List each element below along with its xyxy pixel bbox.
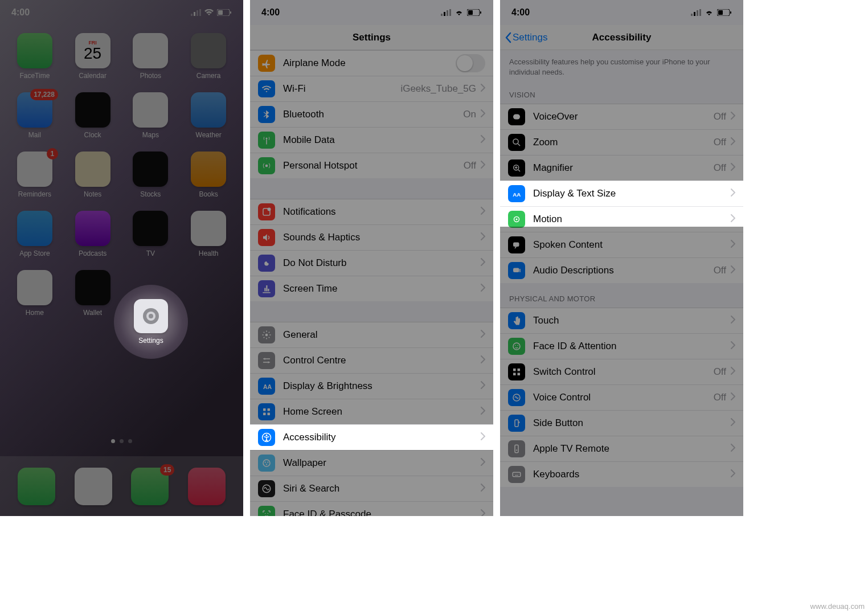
- row-label: Zoom: [533, 137, 714, 148]
- app-photos[interactable]: Photos: [122, 33, 180, 80]
- app-cal[interactable]: FRI25Calendar: [64, 33, 122, 80]
- chevron-icon: [731, 189, 735, 199]
- chevron-icon: [481, 161, 485, 171]
- page-title: Settings: [353, 32, 391, 43]
- app-camera[interactable]: Camera: [179, 33, 238, 80]
- app-label: Health: [199, 249, 219, 257]
- app-safari[interactable]: [75, 468, 112, 505]
- podcasts-icon: [75, 211, 110, 246]
- app-podcasts[interactable]: Podcasts: [64, 211, 122, 257]
- row-switch-control[interactable]: Switch ControlOff: [500, 359, 743, 384]
- dnd-icon: [258, 255, 275, 272]
- app-tv[interactable]: TV: [122, 211, 180, 257]
- row-touch[interactable]: Touch: [500, 308, 743, 333]
- row-do-not-disturb[interactable]: Do Not Disturb: [250, 250, 493, 276]
- app-facetime[interactable]: FaceTime: [6, 33, 64, 80]
- svg-point-34: [266, 464, 267, 465]
- app-label: Wallet: [83, 309, 102, 317]
- row-voice-control[interactable]: Voice ControlOff: [500, 384, 743, 410]
- app-clock[interactable]: Clock: [64, 92, 122, 139]
- svg-rect-0: [191, 14, 193, 16]
- row-face-id-passcode[interactable]: Face ID & Passcode: [250, 501, 493, 516]
- app-notes[interactable]: Notes: [64, 152, 122, 198]
- row-accessibility[interactable]: Accessibility: [250, 424, 493, 450]
- row-voiceover[interactable]: VoiceOverOff: [500, 104, 743, 129]
- toggle[interactable]: [456, 54, 485, 72]
- chevron-icon: [481, 330, 485, 340]
- settings-app-highlight[interactable]: Settings: [114, 285, 188, 359]
- row-home-screen[interactable]: Home Screen: [250, 399, 493, 424]
- row-zoom[interactable]: ZoomOff: [500, 129, 743, 155]
- row-side-button[interactable]: Side Button: [500, 410, 743, 436]
- app-books[interactable]: Books: [179, 152, 238, 198]
- app-weather[interactable]: Weather: [179, 92, 238, 139]
- row-general[interactable]: General: [250, 322, 493, 347]
- svg-rect-65: [513, 472, 521, 477]
- row-audio-descriptions[interactable]: Audio DescriptionsOff: [500, 257, 743, 283]
- svg-rect-51: [513, 243, 519, 247]
- row-face-id-attention[interactable]: Face ID & Attention: [500, 333, 743, 359]
- svg-rect-16: [480, 11, 481, 14]
- wifi-icon: [455, 9, 464, 16]
- sidebutton-icon: [508, 415, 525, 432]
- audiodesc-icon: [508, 262, 525, 279]
- svg-rect-11: [444, 12, 445, 16]
- chevron-icon: [481, 381, 485, 391]
- app-reminders[interactable]: 1Reminders: [6, 152, 64, 198]
- row-airplane-mode[interactable]: Airplane Mode: [250, 50, 493, 76]
- zoom-icon: [508, 134, 525, 151]
- app-music[interactable]: [188, 468, 226, 505]
- page-indicator: [0, 439, 243, 443]
- app-maps[interactable]: Maps: [122, 92, 180, 139]
- row-value: Off: [464, 160, 476, 171]
- app-label: Reminders: [18, 190, 51, 198]
- back-button[interactable]: Settings: [505, 32, 547, 43]
- app-messages[interactable]: 15: [131, 468, 169, 505]
- svg-rect-28: [268, 413, 271, 416]
- app-stocks[interactable]: Stocks: [122, 152, 180, 198]
- app-home[interactable]: Home: [6, 270, 64, 317]
- app-wallet[interactable]: Wallet: [64, 270, 122, 317]
- row-keyboards[interactable]: Keyboards: [500, 461, 743, 487]
- row-mobile-data[interactable]: Mobile Data: [250, 127, 493, 153]
- row-bluetooth[interactable]: BluetoothOn: [250, 101, 493, 127]
- app-mail[interactable]: 17,228Mail: [6, 92, 64, 139]
- app-appstore[interactable]: App Store: [6, 211, 64, 257]
- settings-group-network: Airplane ModeWi-FiiGeeks_Tube_5GBluetoot…: [250, 50, 493, 178]
- settings-group-notify: NotificationsSounds & HapticsDo Not Dist…: [250, 199, 493, 301]
- battery-icon: [467, 9, 482, 16]
- svg-rect-58: [513, 373, 516, 376]
- app-label: FaceTime: [19, 72, 50, 80]
- screentime-icon: [258, 280, 275, 297]
- svg-rect-26: [268, 408, 271, 411]
- phone-settings: 4:00 Settings Airplane ModeWi-FiiGeeks_T…: [250, 0, 493, 516]
- row-label: Audio Descriptions: [533, 265, 714, 276]
- row-display-text-size[interactable]: AADisplay & Text Size: [500, 181, 743, 206]
- accessibility-description: Accessibility features help you customis…: [500, 50, 743, 79]
- svg-text:AA: AA: [263, 383, 272, 390]
- row-motion[interactable]: Motion: [500, 206, 743, 232]
- settings-label: Settings: [138, 337, 163, 345]
- row-apple-tv-remote[interactable]: Apple TV Remote: [500, 436, 743, 461]
- app-phone[interactable]: [18, 468, 55, 505]
- svg-point-50: [516, 219, 518, 220]
- camera-icon: [191, 33, 226, 68]
- row-sounds-haptics[interactable]: Sounds & Haptics: [250, 224, 493, 250]
- row-siri-search[interactable]: Siri & Search: [250, 476, 493, 501]
- row-value: Off: [714, 162, 726, 174]
- row-screen-time[interactable]: Screen Time: [250, 276, 493, 301]
- row-magnifier[interactable]: MagnifierOff: [500, 155, 743, 181]
- row-personal-hotspot[interactable]: Personal HotspotOff: [250, 153, 493, 178]
- row-control-centre[interactable]: Control Centre: [250, 347, 493, 373]
- app-label: Camera: [196, 72, 221, 80]
- row-notifications[interactable]: Notifications: [250, 199, 493, 224]
- row-wi-fi[interactable]: Wi-FiiGeeks_Tube_5G: [250, 76, 493, 101]
- row-spoken-content[interactable]: Spoken Content: [500, 232, 743, 257]
- row-display-brightness[interactable]: AADisplay & Brightness: [250, 373, 493, 399]
- music-icon: [188, 468, 226, 505]
- row-label: Motion: [533, 214, 731, 225]
- chevron-icon: [481, 484, 485, 494]
- app-health[interactable]: Health: [179, 211, 238, 257]
- photos-icon: [133, 33, 168, 68]
- row-wallpaper[interactable]: Wallpaper: [250, 450, 493, 476]
